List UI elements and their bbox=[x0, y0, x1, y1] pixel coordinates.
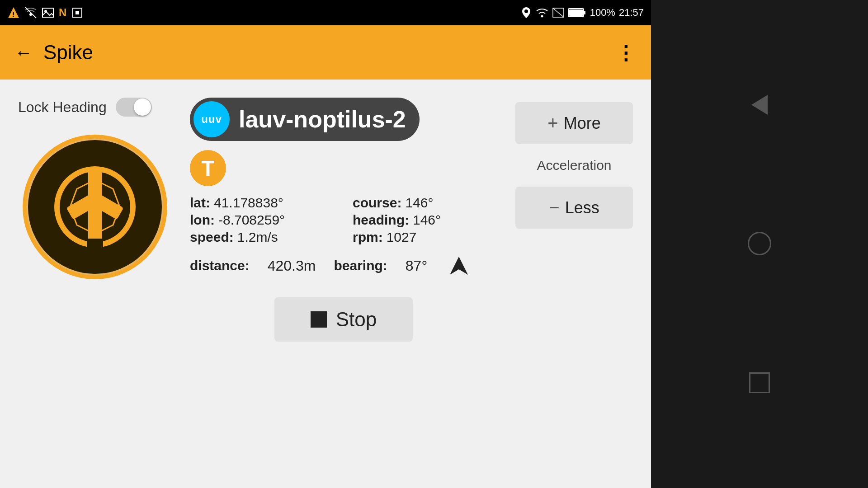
distance-value: 420.3m bbox=[268, 258, 316, 274]
lon-row: lon: -8.708259° bbox=[190, 212, 335, 228]
more-label: More bbox=[564, 114, 601, 133]
svg-rect-13 bbox=[584, 11, 585, 14]
less-label: Less bbox=[565, 198, 599, 217]
toggle-knob bbox=[134, 99, 151, 116]
stop-button[interactable]: Stop bbox=[274, 297, 413, 342]
more-button[interactable]: + More bbox=[515, 102, 633, 144]
right-column: + More Acceleration − Less bbox=[515, 98, 633, 474]
distance-label: distance: bbox=[190, 258, 250, 273]
time: 21:57 bbox=[619, 7, 644, 19]
lock-heading-label: Lock Heading bbox=[18, 99, 107, 116]
rpm-row: rpm: 1027 bbox=[353, 230, 497, 245]
svg-rect-7 bbox=[75, 11, 79, 14]
status-icons-left: ! N bbox=[7, 6, 84, 19]
speed-label: speed: bbox=[190, 230, 234, 245]
rpm-label: rpm: bbox=[353, 230, 383, 245]
status-right: 100% 21:57 bbox=[520, 6, 644, 19]
svg-marker-28 bbox=[450, 257, 468, 275]
svg-text:!: ! bbox=[12, 11, 14, 19]
wifi-icon bbox=[536, 6, 548, 19]
bearing-label: bearing: bbox=[334, 258, 387, 273]
lat-value: 41.178838° bbox=[214, 195, 283, 211]
plus-icon: + bbox=[547, 113, 558, 133]
n-icon: N bbox=[59, 6, 66, 19]
nav-recent-button[interactable] bbox=[749, 372, 770, 393]
minus-icon: − bbox=[549, 197, 559, 218]
rpm-value: 1027 bbox=[387, 230, 417, 245]
bearing-value: 87° bbox=[406, 258, 427, 274]
back-button[interactable]: ← bbox=[14, 42, 33, 63]
steering-column: Lock Heading bbox=[18, 98, 172, 474]
lon-label: lon: bbox=[190, 212, 215, 228]
status-bar: ! N bbox=[0, 0, 651, 25]
less-button[interactable]: − Less bbox=[515, 187, 633, 229]
lat-row: lat: 41.178838° bbox=[190, 195, 335, 211]
warning-icon: ! bbox=[7, 6, 20, 19]
content-area: Lock Heading bbox=[0, 80, 651, 488]
battery-percent: 100% bbox=[590, 7, 615, 19]
distance-bearing-row: distance: 420.3m bearing: 87° bbox=[190, 252, 497, 279]
lock-heading-row: Lock Heading bbox=[18, 98, 152, 117]
stats-grid: lat: 41.178838° course: 146° lon: -8.708… bbox=[190, 195, 497, 245]
signal-off-icon bbox=[552, 6, 565, 19]
speed-value: 1.2m/s bbox=[237, 230, 278, 245]
course-row: course: 146° bbox=[353, 195, 497, 211]
speed-row: speed: 1.2m/s bbox=[190, 230, 335, 245]
svg-rect-4 bbox=[42, 8, 53, 17]
phone-nav-sidebar bbox=[651, 0, 868, 488]
no-signal-icon bbox=[24, 6, 37, 19]
svg-point-8 bbox=[524, 9, 528, 13]
app-bar: ← Spike ⋮ bbox=[0, 25, 651, 80]
heading-label: heading: bbox=[353, 212, 409, 228]
heading-value: 146° bbox=[413, 212, 441, 228]
lock-heading-toggle[interactable] bbox=[116, 98, 152, 117]
image-icon bbox=[42, 6, 54, 19]
course-value: 146° bbox=[405, 195, 433, 211]
vehicle-name: lauv-noptilus-2 bbox=[239, 106, 406, 133]
app-title: Spike bbox=[43, 41, 616, 64]
uuv-logo: uuv bbox=[193, 101, 230, 137]
steering-wheel bbox=[18, 130, 172, 284]
acceleration-label: Acceleration bbox=[515, 153, 633, 178]
svg-point-27 bbox=[90, 202, 100, 212]
battery-icon bbox=[568, 8, 586, 18]
lat-label: lat: bbox=[190, 195, 210, 211]
svg-point-9 bbox=[541, 15, 543, 18]
bearing-arrow-icon bbox=[445, 252, 472, 279]
vehicle-badge: uuv lauv-noptilus-2 bbox=[190, 98, 420, 141]
svg-rect-25 bbox=[87, 239, 103, 270]
stop-button-row: Stop bbox=[190, 297, 497, 342]
svg-line-11 bbox=[553, 8, 564, 17]
heading-row: heading: 146° bbox=[353, 212, 497, 228]
location-icon bbox=[520, 6, 532, 19]
stop-label: Stop bbox=[336, 308, 377, 331]
nav-home-button[interactable] bbox=[748, 232, 771, 255]
vehicle-info-column: uuv lauv-noptilus-2 T lat: 41.178838° co… bbox=[190, 98, 497, 474]
svg-rect-14 bbox=[569, 9, 583, 16]
nav-back-button[interactable] bbox=[751, 95, 768, 115]
user-avatar: T bbox=[190, 150, 226, 186]
lon-value: -8.708259° bbox=[218, 212, 285, 228]
triangle-icon bbox=[751, 95, 768, 115]
square-icon bbox=[71, 6, 84, 19]
course-label: course: bbox=[353, 195, 401, 211]
menu-button[interactable]: ⋮ bbox=[616, 41, 637, 64]
stop-icon bbox=[311, 311, 327, 328]
